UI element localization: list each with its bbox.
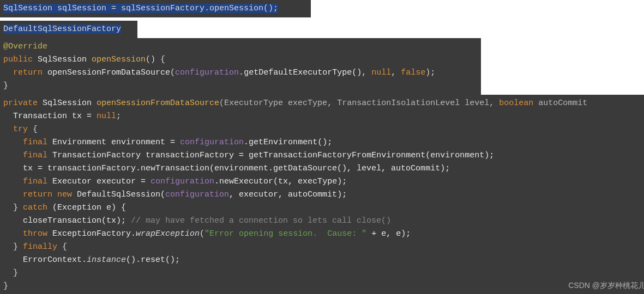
- annotation: @Override: [3, 42, 47, 51]
- keyword-throw: throw: [23, 229, 47, 238]
- string-literal: "Error opening session. Cause: ": [204, 229, 366, 238]
- code-block-2: DefaultSqlSessionFactory: [0, 21, 137, 38]
- keyword-return: return: [3, 68, 43, 77]
- method-name: openSession: [92, 55, 146, 64]
- keyword-private: private: [3, 99, 38, 108]
- keyword-public: public: [3, 55, 33, 64]
- comment: // may have fetched a connection so lets…: [131, 216, 391, 225]
- selected-line: SqlSession sqlSession = sqlSessionFactor…: [3, 4, 278, 13]
- code-block-4: private SqlSession openSessionFromDataSo…: [0, 95, 644, 294]
- selected-line: DefaultSqlSessionFactory: [3, 24, 121, 34]
- keyword-try: try: [3, 125, 28, 134]
- watermark: CSDN @岁岁种桃花儿: [568, 279, 644, 292]
- keyword-catch: catch: [23, 203, 47, 212]
- code-block-3: @Override public SqlSession openSession(…: [0, 38, 481, 95]
- keyword-finally: finally: [23, 242, 57, 252]
- method-name: openSessionFromDataSource: [97, 99, 219, 108]
- code-block-1: SqlSession sqlSession = sqlSessionFactor…: [0, 0, 311, 17]
